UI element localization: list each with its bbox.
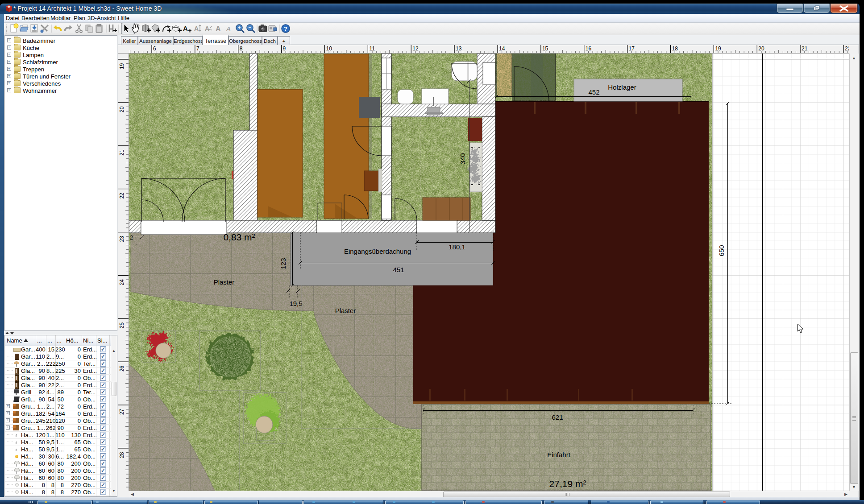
svg-text:A: A bbox=[194, 25, 199, 32]
svg-text:Eingangsüberdachung: Eingangsüberdachung bbox=[344, 248, 411, 255]
svg-text:A: A bbox=[226, 25, 231, 33]
svg-text:22: 22 bbox=[845, 45, 849, 52]
svg-text:27: 27 bbox=[119, 409, 125, 415]
svg-text:14: 14 bbox=[499, 45, 505, 52]
svg-text:21: 21 bbox=[802, 45, 808, 52]
svg-text:19,5: 19,5 bbox=[289, 300, 302, 307]
svg-text:24: 24 bbox=[119, 279, 125, 285]
svg-text:12: 12 bbox=[412, 45, 419, 52]
svg-text:A: A bbox=[183, 25, 188, 32]
svg-text:19: 19 bbox=[119, 63, 125, 69]
svg-text:A: A bbox=[205, 25, 209, 32]
svg-text:28: 28 bbox=[119, 452, 125, 458]
svg-text:2: 2 bbox=[130, 234, 133, 241]
svg-text:7: 7 bbox=[196, 45, 199, 52]
svg-text:10: 10 bbox=[326, 45, 332, 52]
svg-text:13: 13 bbox=[456, 45, 462, 52]
svg-text:Plaster: Plaster bbox=[214, 278, 235, 286]
svg-text:Einfahrt: Einfahrt bbox=[547, 451, 571, 459]
svg-text:8: 8 bbox=[240, 45, 243, 52]
svg-text:451: 451 bbox=[393, 266, 404, 273]
svg-text:25: 25 bbox=[119, 322, 125, 329]
svg-text:15: 15 bbox=[542, 45, 548, 52]
svg-text:27,19 m²: 27,19 m² bbox=[549, 479, 586, 489]
svg-text:340: 340 bbox=[459, 153, 466, 164]
svg-text:26: 26 bbox=[119, 365, 125, 372]
svg-text:123: 123 bbox=[279, 258, 287, 269]
svg-text:6: 6 bbox=[153, 45, 156, 52]
svg-text:17: 17 bbox=[629, 45, 635, 52]
svg-text:621: 621 bbox=[552, 413, 563, 421]
svg-text:19: 19 bbox=[715, 45, 721, 52]
svg-text:20: 20 bbox=[119, 106, 125, 112]
svg-text:20: 20 bbox=[758, 45, 764, 52]
svg-text:18: 18 bbox=[672, 45, 678, 52]
svg-text:0,83 m²: 0,83 m² bbox=[223, 232, 255, 242]
svg-text:23: 23 bbox=[119, 236, 125, 242]
svg-text:9: 9 bbox=[283, 45, 286, 52]
svg-text:22: 22 bbox=[119, 193, 125, 199]
svg-text:16: 16 bbox=[586, 45, 592, 52]
svg-text:?: ? bbox=[284, 25, 287, 32]
svg-text:Holzlager: Holzlager bbox=[608, 83, 636, 91]
svg-text:11: 11 bbox=[369, 45, 375, 52]
svg-text:21: 21 bbox=[119, 149, 125, 156]
svg-text:Plaster: Plaster bbox=[335, 307, 356, 314]
svg-text:650: 650 bbox=[718, 245, 725, 256]
svg-text:180,1: 180,1 bbox=[449, 243, 465, 251]
svg-text:452: 452 bbox=[588, 88, 599, 96]
svg-text:A: A bbox=[216, 25, 221, 33]
